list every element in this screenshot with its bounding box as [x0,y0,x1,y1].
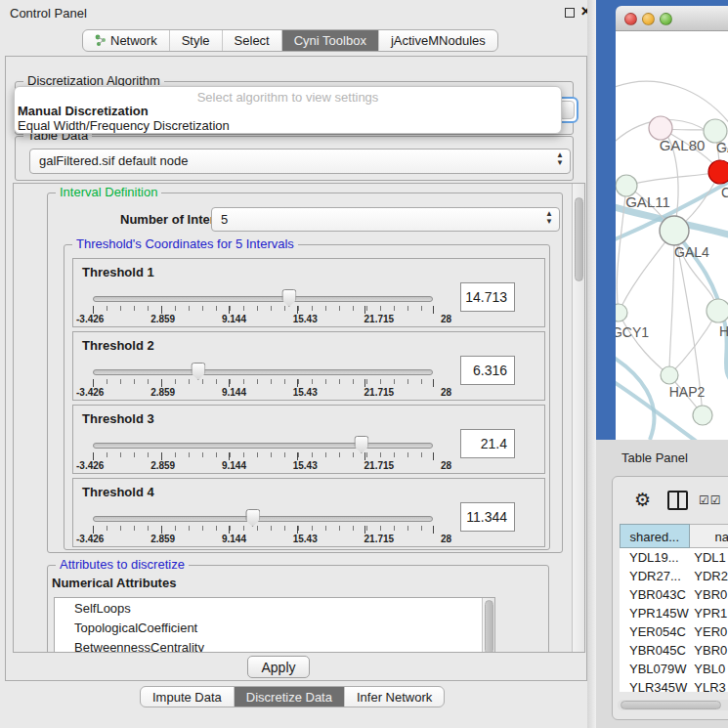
table-row[interactable]: YPR145WYPR1 [620,604,728,622]
algorithm-dropdown-popup: Select algorithm to view settings Manual… [14,86,562,134]
gear-icon[interactable]: ⚙ [634,489,651,511]
node-label-gal4: GAL4 [674,244,709,260]
table-row[interactable]: YBR043CYBR0 [620,585,728,604]
table-row[interactable]: YBR045CYBR0 [620,641,728,660]
threshold-1-value-field[interactable]: 14.713 [460,282,515,312]
dropdown-hint: Select algorithm to view settings [15,90,561,105]
threshold-1-slider-thumb[interactable] [281,289,296,307]
attributes-group-label: Attributes to discretize [56,557,189,572]
threshold-3-label: Threshold 3 [82,411,154,426]
interval-definition-label: Interval Definition [56,185,161,199]
threshold-4-box: Threshold 4 -3.4262.8599.14415.4321.7152… [72,478,545,547]
column-header-shared[interactable]: shared... [620,524,690,548]
node-label-gal80: GAL80 [660,137,706,153]
network-icon [95,34,107,47]
threshold-3-slider-track[interactable] [93,443,433,449]
close-traffic-light-icon[interactable] [624,13,637,25]
node-label-ga: GA [716,140,728,155]
tick-marks-major [93,379,434,387]
threshold-3-box: Threshold 3 -3.4262.8599.14415.4321.7152… [72,405,545,474]
threshold-4-slider-track[interactable] [93,516,433,522]
option-equal-width-frequency[interactable]: Equal Width/Frequency Discretization [18,118,230,133]
cyni-toolbox-panel: Discretization Algorithm Select algorith… [5,56,587,681]
settings-scrollpane: Interval Definition Number of Intervals … [13,183,585,653]
threshold-2-label: Threshold 2 [82,338,154,353]
node-h[interactable] [707,299,728,322]
node-hap2[interactable] [661,366,678,384]
top-tab-bar: Network Style Select Cyni Toolbox jActiv… [82,29,498,52]
node-selected-red[interactable] [708,160,728,184]
node-gal4[interactable] [660,216,689,245]
split-pane-icon[interactable] [667,491,688,510]
list-item[interactable]: BetweennessCentrality [55,637,494,653]
horizontal-scrollbar[interactable] [618,700,728,710]
tab-jactivemnodules[interactable]: jActiveMNodules [379,30,497,51]
num-intervals-combobox[interactable]: 5 ▲▼ [211,207,560,232]
tab-select[interactable]: Select [223,30,282,51]
node-label-c: C [721,185,728,200]
stepper-arrows-icon[interactable]: ▲▼ [545,210,553,226]
threshold-2-slider-thumb[interactable] [191,363,205,380]
option-manual-discretization[interactable]: Manual Discretization [18,104,149,118]
tick-labels: -3.4262.8599.14415.4321.71528 [76,534,451,544]
apply-button[interactable]: Apply [247,656,310,678]
table-row[interactable]: YDL19...YDL1 [620,548,728,567]
table-panel: ⚙ ☑☑ shared... na YDL19...YDL1 YDR27...Y… [612,476,728,720]
threshold-2-value-field[interactable]: 6.316 [460,356,515,385]
network-view-window: GAL80 GA GAL11 GAL4 GCY1 H HAP2 C [616,6,728,440]
checkbox-icons[interactable]: ☑☑ [699,493,722,507]
minimize-traffic-light-icon[interactable] [642,13,655,25]
bottom-tab-bar: Impute Data Discretize Data Infer Networ… [140,686,445,707]
table-panel-title: Table Panel [621,450,688,465]
node-label-gal11: GAL11 [625,193,670,210]
list-item[interactable]: TopologicalCoefficient [55,618,494,637]
node-table: shared... na YDL19...YDL1 YDR27...YDR2 Y… [620,524,728,692]
table-row[interactable]: YER054CYER0 [620,622,728,641]
threshold-2-box: Threshold 2 -3.4262.8599.14415.4321.7152… [72,331,545,401]
table-data-group: Table Data galFiltered.sif default node … [15,136,574,181]
tab-impute-data[interactable]: Impute Data [141,687,235,707]
node-label-hap2: HAP2 [669,384,706,400]
tab-infer-network[interactable]: Infer Network [345,687,444,707]
horizontal-scrollbar-thumb[interactable] [621,701,721,709]
node-bottom[interactable] [693,406,712,425]
float-window-icon[interactable] [565,8,575,18]
panel-title: Control Panel [10,6,87,21]
stepper-arrows-icon[interactable]: ▲▼ [556,151,564,167]
network-canvas[interactable]: GAL80 GA GAL11 GAL4 GCY1 H HAP2 C [616,31,728,440]
threshold-1-box: Threshold 1 -3.4262.8599.14415.4321.7152… [72,258,545,327]
thresholds-group-label: Threshold's Coordinates for 5 Intervals [72,236,298,251]
tick-marks-major [93,306,434,314]
threshold-1-slider-track[interactable] [93,296,433,302]
numerical-attributes-label: Numerical Attributes [52,576,176,590]
threshold-3-slider-thumb[interactable] [354,436,368,453]
tick-labels: -3.4262.8599.14415.4321.71528 [76,387,451,398]
tab-style[interactable]: Style [170,30,223,51]
list-scrollbar[interactable] [482,598,494,653]
node-label-gcy1: GCY1 [616,324,649,340]
num-intervals-value: 5 [221,212,228,227]
zoom-traffic-light-icon[interactable] [660,13,672,25]
table-row[interactable]: YDR27...YDR2 [620,567,728,585]
threshold-4-value-field[interactable]: 11.344 [460,502,515,532]
node-gcy1[interactable] [616,304,627,321]
table-row[interactable]: YBL079WYBL0 [620,660,728,678]
threshold-2-slider-track[interactable] [93,369,433,375]
table-data-combobox[interactable]: galFiltered.sif default node ▲▼ [29,149,571,174]
thresholds-group: Threshold's Coordinates for 5 Intervals … [64,244,550,550]
threshold-4-slider-thumb[interactable] [245,509,260,527]
table-data-value: galFiltered.sif default node [39,153,188,168]
tab-discretize-data[interactable]: Discretize Data [235,687,345,707]
threshold-4-label: Threshold 4 [82,485,154,499]
tab-cyni-toolbox[interactable]: Cyni Toolbox [282,30,379,51]
interval-definition-group: Interval Definition Number of Intervals … [47,193,563,553]
main-scrollbar-thumb[interactable] [575,197,583,281]
main-scrollbar[interactable] [572,184,584,653]
network-window-titlebar[interactable] [616,6,728,31]
list-item[interactable]: SelfLoops [55,598,494,618]
threshold-3-value-field[interactable]: 21.4 [460,429,515,458]
table-header-row: shared... na [620,524,728,548]
column-header-name[interactable]: na [690,524,728,548]
tab-network[interactable]: Network [83,30,170,51]
table-row[interactable]: YLR345WYLR3 [620,678,728,692]
